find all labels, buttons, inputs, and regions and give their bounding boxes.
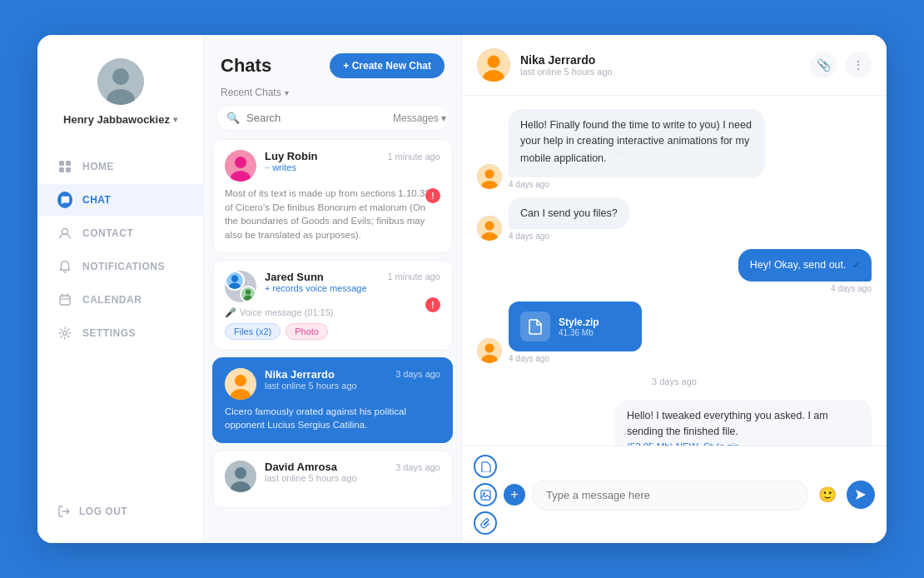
- day-divider: 3 days ago: [477, 376, 872, 386]
- message-bubble: Hello! I tweaked everything you asked. I…: [615, 400, 872, 446]
- svg-point-23: [235, 467, 246, 479]
- chat-list-title: Chats: [221, 55, 271, 77]
- avatar: [477, 164, 502, 189]
- search-input[interactable]: [246, 112, 386, 124]
- message-bubble: Hello! Finally found the time to write t…: [509, 109, 765, 177]
- search-bar: 🔍 Messages ▾: [216, 105, 450, 131]
- chat-badge: !: [425, 188, 440, 203]
- svg-rect-37: [480, 490, 489, 499]
- photo-tag[interactable]: Photo: [286, 323, 328, 340]
- message-bubble: Can I send you files?: [509, 197, 629, 230]
- svg-rect-5: [59, 167, 64, 172]
- add-media-button[interactable]: +: [504, 484, 525, 506]
- chat-messages: Hello! Finally found the time to write t…: [462, 96, 887, 446]
- chat-item[interactable]: Jared Sunn 1 minute ago + records voice …: [212, 260, 453, 351]
- avatar: [225, 368, 256, 400]
- create-chat-button[interactable]: + Create New Chat: [330, 53, 445, 78]
- message-row: Hello! Finally found the time to write t…: [477, 109, 872, 189]
- svg-point-11: [235, 157, 246, 168]
- avatar: [477, 338, 502, 363]
- sidebar-item-calendar[interactable]: CALENDAR: [37, 284, 203, 316]
- calendar-icon: [57, 292, 72, 307]
- svg-rect-6: [66, 167, 71, 172]
- search-icon: 🔍: [226, 112, 240, 124]
- svg-rect-3: [59, 161, 64, 166]
- avatar: [225, 150, 256, 182]
- chat-list-panel: Chats + Create New Chat Recent Chats ▾ 🔍…: [204, 35, 462, 543]
- sidebar-item-contact[interactable]: CONTACT: [37, 217, 203, 249]
- chat-items: Luy Robin 1 minute ago ·· writes Most of…: [204, 139, 461, 543]
- send-button[interactable]: [847, 481, 875, 509]
- chevron-down-icon: ▾: [173, 115, 177, 124]
- chevron-down-icon: ▾: [441, 112, 446, 124]
- doc-action-button[interactable]: [474, 455, 497, 478]
- message-row: Can I send you files? 4 days ago: [477, 197, 872, 242]
- chat-header: Nika Jerrardo last online 5 hours ago 📎 …: [462, 35, 887, 96]
- svg-point-35: [485, 344, 494, 353]
- file-action-button[interactable]: [474, 511, 497, 535]
- app-container: Henry Jabbawockiez ▾ HOME: [37, 35, 887, 543]
- svg-rect-4: [66, 161, 71, 166]
- avatar: [97, 58, 144, 105]
- recent-chats-row[interactable]: Recent Chats ▾: [204, 87, 461, 105]
- sidebar-item-chat[interactable]: CHAT: [37, 184, 203, 216]
- sidebar-username: Henry Jabbawockiez ▾: [63, 113, 177, 126]
- chat-list-header: Chats + Create New Chat: [204, 35, 461, 87]
- svg-point-1: [112, 68, 129, 85]
- svg-point-32: [485, 222, 494, 231]
- emoji-button[interactable]: 🙂: [815, 482, 840, 507]
- chat-item[interactable]: Nika Jerrardo 3 days ago last online 5 h…: [212, 357, 453, 443]
- chat-item[interactable]: David Amrosa 3 days ago last online 5 ho…: [212, 450, 453, 508]
- sidebar-item-notifications[interactable]: NOTIFICATIONS: [37, 251, 203, 282]
- sidebar-nav: HOME CHAT: [37, 151, 203, 488]
- chat-input-area: + 🙂: [462, 446, 887, 543]
- messages-dropdown[interactable]: Messages ▾: [393, 112, 446, 124]
- avatar: [225, 461, 256, 492]
- message-row: Hello! I tweaked everything you asked. I…: [477, 400, 872, 446]
- svg-point-38: [483, 492, 485, 495]
- svg-point-17: [246, 289, 251, 294]
- svg-point-29: [485, 169, 494, 178]
- files-tag[interactable]: Files (x2): [225, 323, 281, 340]
- more-options-button[interactable]: ⋮: [845, 52, 872, 78]
- logout-icon: [57, 505, 71, 518]
- message-input[interactable]: [532, 480, 808, 511]
- home-icon: [57, 159, 72, 174]
- sidebar-item-settings[interactable]: SETTINGS: [37, 317, 203, 349]
- svg-point-9: [63, 331, 67, 336]
- file-message: Style.zip 41.36 Mb: [509, 301, 642, 351]
- avatar: [477, 216, 502, 241]
- file-icon: [520, 311, 550, 341]
- avatar: [225, 271, 256, 302]
- chat-panel: Nika Jerrardo last online 5 hours ago 📎 …: [462, 35, 887, 543]
- message-bubble: Hey! Okay, send out. ✓: [738, 249, 872, 282]
- gear-icon: [57, 326, 72, 341]
- attachment-button[interactable]: 📎: [810, 52, 837, 78]
- logout-button[interactable]: LOG OUT: [37, 496, 203, 526]
- sidebar-item-home[interactable]: HOME: [37, 151, 203, 182]
- contact-icon: [57, 226, 72, 241]
- svg-point-14: [231, 275, 238, 282]
- chat-header-avatar: [477, 48, 510, 82]
- chat-icon: [57, 192, 72, 207]
- svg-point-20: [235, 375, 246, 386]
- chat-item[interactable]: Luy Robin 1 minute ago ·· writes Most of…: [212, 139, 453, 253]
- bell-icon: [57, 259, 72, 274]
- svg-point-26: [488, 56, 500, 68]
- sidebar: Henry Jabbawockiez ▾ HOME: [37, 35, 204, 543]
- message-row: Style.zip 41.36 Mb 4 days ago: [477, 301, 872, 363]
- chat-badge: !: [425, 297, 440, 312]
- image-action-button[interactable]: [474, 483, 497, 506]
- message-row: Hey! Okay, send out. ✓ 4 days ago: [477, 249, 872, 293]
- chevron-down-icon: ▾: [285, 88, 289, 97]
- svg-rect-8: [60, 296, 70, 305]
